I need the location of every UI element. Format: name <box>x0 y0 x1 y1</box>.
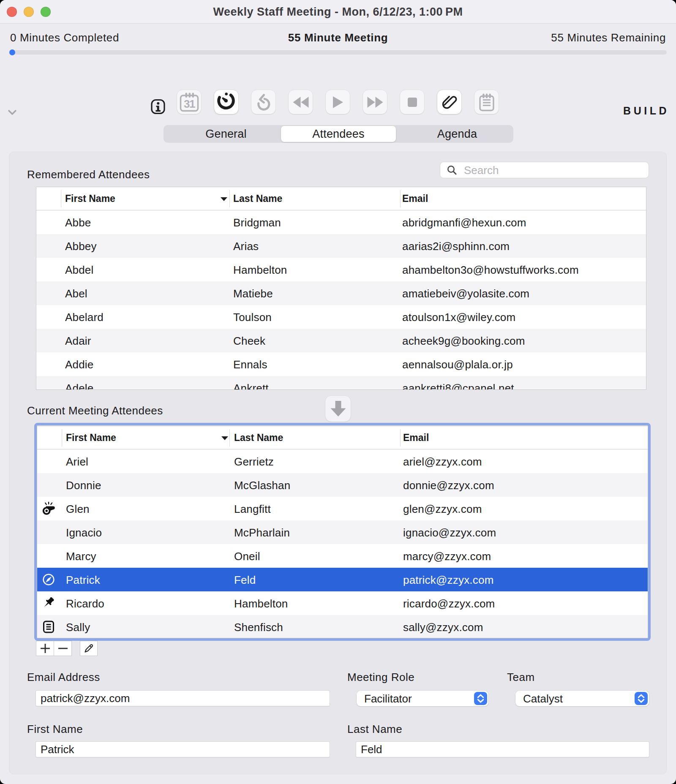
svg-text:31: 31 <box>184 98 195 110</box>
